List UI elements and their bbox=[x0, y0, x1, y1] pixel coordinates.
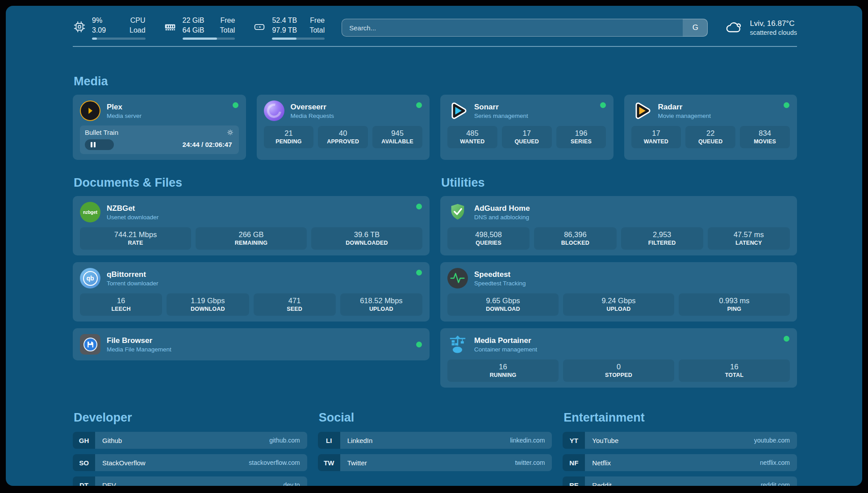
header-divider bbox=[73, 46, 797, 47]
stat-running: 16 RUNNING bbox=[447, 359, 559, 382]
stat-label: DOWNLOADED bbox=[314, 240, 420, 246]
bookmark-group-social: Social LI LinkedIn linkedin.com TW Twitt… bbox=[318, 411, 552, 486]
stat-label: MOVIES bbox=[743, 138, 787, 145]
service-desc: Media server bbox=[107, 113, 142, 119]
bookmark-abbr: NF bbox=[563, 454, 585, 471]
stat-label: UPLOAD bbox=[343, 306, 420, 312]
bookmark-abbr: LI bbox=[318, 432, 340, 449]
bookmark-name: LinkedIn bbox=[347, 437, 373, 444]
stat-label: QUEUED bbox=[505, 138, 549, 145]
pause-icon[interactable] bbox=[91, 142, 96, 147]
stat-rate: 744.21 Mbps RATE bbox=[80, 227, 191, 250]
speedtest-icon bbox=[447, 268, 468, 288]
service-card-plex[interactable]: Plex Media server Bullet Train 24:44 / 0… bbox=[73, 95, 246, 160]
stat-value: 9.65 Gbps bbox=[450, 297, 556, 305]
nzbget-icon: nzbget bbox=[80, 202, 100, 222]
stat-label: DOWNLOAD bbox=[169, 306, 246, 312]
bookmark-reddit[interactable]: RE Reddit reddit.com bbox=[563, 476, 797, 486]
service-card-sonarr[interactable]: Sonarr Series management 485 WANTED 17 Q… bbox=[440, 95, 613, 160]
stat-label: RUNNING bbox=[450, 372, 556, 378]
disk-label-1: Free bbox=[309, 16, 325, 25]
stat-value: 266 GB bbox=[198, 230, 304, 239]
stat-value: 86,396 bbox=[537, 230, 613, 239]
stat-label: QUERIES bbox=[450, 240, 527, 246]
bookmark-name: Github bbox=[102, 437, 122, 444]
bookmark-abbr: RE bbox=[563, 476, 585, 486]
search-bar: G bbox=[342, 19, 708, 37]
search-provider-button[interactable]: G bbox=[683, 19, 708, 37]
service-card-radarr[interactable]: Radarr Movie management 17 WANTED 22 QUE… bbox=[624, 95, 797, 160]
stat-value: 47.57 ms bbox=[710, 230, 787, 239]
service-desc: DNS and adblocking bbox=[474, 214, 530, 221]
stat-value: 2,953 bbox=[624, 230, 701, 239]
stat-value: 39.6 TB bbox=[314, 230, 420, 239]
disk-bar bbox=[272, 38, 325, 40]
stat-value: 485 bbox=[450, 129, 495, 138]
utilities-column: Utilities AdGuard Home DNS and adblockin… bbox=[440, 176, 797, 388]
stat-value: 16 bbox=[450, 363, 556, 371]
service-card-filebrowser[interactable]: File Browser Media File Management bbox=[73, 328, 430, 360]
documents-column: Documents & Files nzbget NZBGet Usenet d… bbox=[73, 176, 430, 388]
stat-label: RATE bbox=[83, 240, 188, 246]
bookmark-stackoverflow[interactable]: SO StackOverflow stackoverflow.com bbox=[73, 454, 307, 471]
stat-download: 1.19 Gbps DOWNLOAD bbox=[167, 293, 249, 316]
filebrowser-icon bbox=[80, 334, 100, 355]
bookmark-name: DEV bbox=[102, 481, 116, 486]
resource-widget-memory: 22 GiB Free 64 GiB Total bbox=[163, 16, 235, 39]
memory-label-2: Total bbox=[220, 25, 235, 35]
search-input[interactable] bbox=[342, 19, 708, 37]
service-card-overseerr[interactable]: Overseerr Media Requests 21 PENDING 40 A… bbox=[257, 95, 430, 160]
section-title-social: Social bbox=[319, 411, 552, 425]
bookmark-domain: linkedin.com bbox=[510, 437, 545, 444]
bookmark-name: Netflix bbox=[592, 459, 611, 467]
service-card-adguard[interactable]: AdGuard Home DNS and adblocking 498,508 … bbox=[440, 196, 797, 255]
stat-seed: 471 SEED bbox=[254, 293, 336, 316]
stat-total: 16 TOTAL bbox=[679, 359, 790, 382]
service-card-qbittorrent[interactable]: qb qBittorrent Torrent downloader 16 LEE… bbox=[73, 262, 430, 322]
bookmark-name: StackOverflow bbox=[102, 459, 146, 467]
media-grid: Plex Media server Bullet Train 24:44 / 0… bbox=[73, 95, 797, 160]
stat-value: 17 bbox=[634, 129, 679, 138]
disk-label-2: Total bbox=[309, 25, 325, 35]
bookmark-netflix[interactable]: NF Netflix netflix.com bbox=[563, 454, 797, 471]
resource-widget-cpu: 9% CPU 3.09 Load bbox=[73, 16, 146, 39]
bookmark-abbr: YT bbox=[563, 432, 585, 449]
service-name: qBittorrent bbox=[107, 270, 159, 279]
stat-stopped: 0 STOPPED bbox=[563, 359, 674, 382]
stat-download: 9.65 Gbps DOWNLOAD bbox=[447, 293, 559, 316]
bookmark-linkedin[interactable]: LI LinkedIn linkedin.com bbox=[318, 432, 552, 449]
disk-total: 97.9 TB bbox=[272, 25, 298, 35]
service-desc: Series management bbox=[474, 113, 528, 119]
service-desc: Torrent downloader bbox=[107, 280, 159, 287]
status-dot bbox=[416, 270, 422, 276]
stat-label: FILTERED bbox=[624, 240, 701, 246]
bookmark-dev[interactable]: DT DEV dev.to bbox=[73, 476, 307, 486]
bookmark-abbr: GH bbox=[73, 432, 95, 449]
cpu-label-2: Load bbox=[129, 25, 146, 35]
stat-blocked: 86,396 BLOCKED bbox=[534, 227, 616, 250]
settings-gear-icon[interactable] bbox=[226, 129, 234, 136]
memory-label-1: Free bbox=[220, 16, 235, 25]
service-card-portainer[interactable]: Media Portainer Container management 16 … bbox=[440, 328, 797, 388]
weather-location-temp: Lviv, 16.87°C bbox=[750, 19, 797, 28]
stat-wanted: 485 WANTED bbox=[447, 126, 497, 148]
stat-label: APPROVED bbox=[321, 138, 365, 145]
stat-label: BLOCKED bbox=[537, 240, 613, 246]
bookmark-github[interactable]: GH Github github.com bbox=[73, 432, 307, 449]
dashboard: 9% CPU 3.09 Load 22 GiB Free 64 G bbox=[6, 6, 862, 486]
service-name: Media Portainer bbox=[474, 336, 537, 345]
service-name: Sonarr bbox=[474, 103, 528, 112]
stat-label: SEED bbox=[256, 306, 333, 312]
cpu-usage: 9% bbox=[92, 16, 118, 25]
section-title-developer: Developer bbox=[74, 411, 307, 425]
status-dot bbox=[416, 342, 422, 347]
service-card-speedtest[interactable]: Speedtest Speedtest Tracking 9.65 Gbps D… bbox=[440, 262, 797, 322]
stat-value: 0 bbox=[566, 363, 672, 371]
stat-label: STOPPED bbox=[566, 372, 672, 378]
service-card-nzbget[interactable]: nzbget NZBGet Usenet downloader 744.21 M… bbox=[73, 196, 430, 255]
bookmark-youtube[interactable]: YT YouTube youtube.com bbox=[563, 432, 797, 449]
bookmark-twitter[interactable]: TW Twitter twitter.com bbox=[318, 454, 552, 471]
stat-label: PING bbox=[681, 306, 787, 312]
cloud-icon bbox=[725, 20, 743, 36]
playback-progress-pill[interactable] bbox=[85, 139, 114, 150]
